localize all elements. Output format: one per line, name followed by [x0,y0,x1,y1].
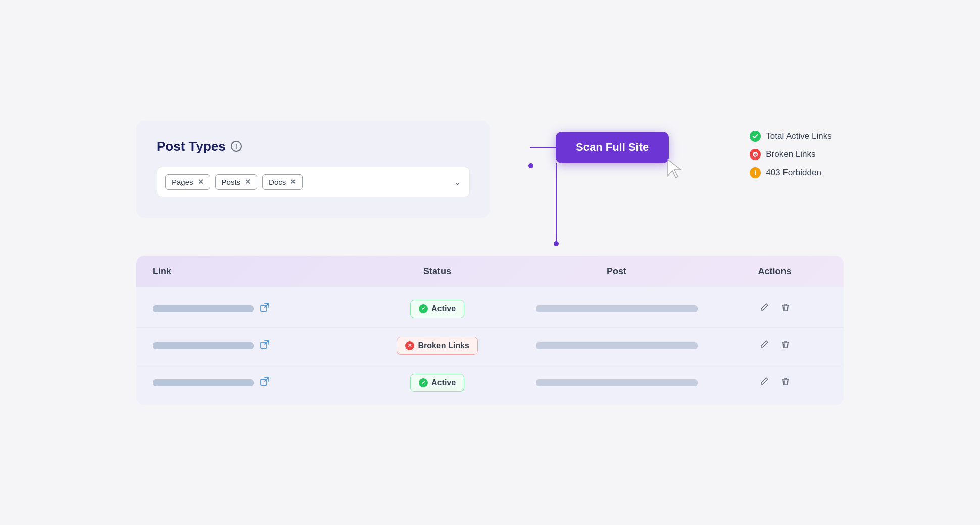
edit-button-1[interactable] [757,300,771,317]
post-placeholder-3 [536,379,698,386]
status-dot-3: ✓ [419,378,428,387]
connector-dot-bottom [554,241,559,246]
status-badge-active-2: ✓ Active [410,374,464,392]
status-cell-1: ✓ Active [364,300,511,318]
delete-button-3[interactable] [778,374,793,391]
cursor-icon [666,159,684,181]
th-link: Link [153,266,364,277]
legend-active-label: Total Active Links [766,131,831,141]
legend-item-broken: Broken Links [750,149,831,160]
legend-forbidden-label: 403 Forbidden [766,168,821,178]
post-types-label: Post Types [157,139,226,154]
actions-cell-1 [722,300,827,317]
link-cell-1 [153,302,364,315]
legend-forbidden-icon [750,167,761,178]
connector-dot-top [528,163,533,168]
table-row: ✓ Active [136,291,844,328]
status-label-2: Broken Links [418,341,469,350]
status-badge-active-1: ✓ Active [410,300,464,318]
post-types-card: Post Types i Pages ✕ Posts ✕ Docs ✕ [136,121,490,218]
legend-active-icon [750,131,761,142]
delete-button-1[interactable] [778,300,793,317]
legend-broken-label: Broken Links [766,149,815,160]
tag-docs[interactable]: Docs ✕ [262,174,303,190]
connector-line-vertical [556,163,557,244]
status-dot-2: ✕ [405,341,414,350]
table-body: ✓ Active [136,287,844,405]
table-header: Link Status Post Actions [136,256,844,287]
remove-posts-tag[interactable]: ✕ [244,178,251,186]
th-actions: Actions [722,266,827,277]
edit-button-2[interactable] [757,337,771,354]
link-cell-3 [153,376,364,389]
post-types-selector[interactable]: Pages ✕ Posts ✕ Docs ✕ ⌄ [157,167,470,197]
link-placeholder-1 [153,305,254,312]
edit-button-3[interactable] [757,374,771,391]
post-cell-1 [511,305,722,312]
tag-pages[interactable]: Pages ✕ [165,174,210,190]
post-types-chevron[interactable]: ⌄ [454,176,461,187]
actions-cell-2 [722,337,827,354]
status-label-1: Active [431,304,456,313]
status-cell-3: ✓ Active [364,374,511,392]
external-link-icon-1[interactable] [260,302,270,315]
external-link-icon-3[interactable] [260,376,270,389]
table-card: Link Status Post Actions ✓ [136,256,844,405]
post-cell-3 [511,379,722,386]
scan-full-site-button[interactable]: Scan Full Site [556,132,669,163]
connector-line-horizontal [530,147,556,148]
post-placeholder-2 [536,342,698,349]
legend-item-forbidden: 403 Forbidden [750,167,831,178]
th-status: Status [364,266,511,277]
legend-item-active: Total Active Links [750,131,831,142]
legend-broken-icon [750,149,761,160]
post-placeholder-1 [536,305,698,312]
link-placeholder-3 [153,379,254,386]
delete-button-2[interactable] [778,337,793,354]
table-row: ✓ Active [136,364,844,401]
status-cell-2: ✕ Broken Links [364,337,511,355]
external-link-icon-2[interactable] [260,339,270,352]
post-types-title: Post Types i [157,139,470,154]
th-post: Post [511,266,722,277]
tag-posts[interactable]: Posts ✕ [215,174,258,190]
remove-pages-tag[interactable]: ✕ [198,178,204,186]
link-cell-2 [153,339,364,352]
remove-docs-tag[interactable]: ✕ [290,178,296,186]
post-cell-2 [511,342,722,349]
info-icon[interactable]: i [231,141,242,152]
table-row: ✕ Broken Links [136,328,844,364]
status-badge-broken: ✕ Broken Links [397,337,477,355]
actions-cell-3 [722,374,827,391]
status-dot-1: ✓ [419,304,428,313]
link-placeholder-2 [153,342,254,349]
legend: Total Active Links Broken Links 403 Forb… [750,126,831,178]
status-label-3: Active [431,378,456,387]
